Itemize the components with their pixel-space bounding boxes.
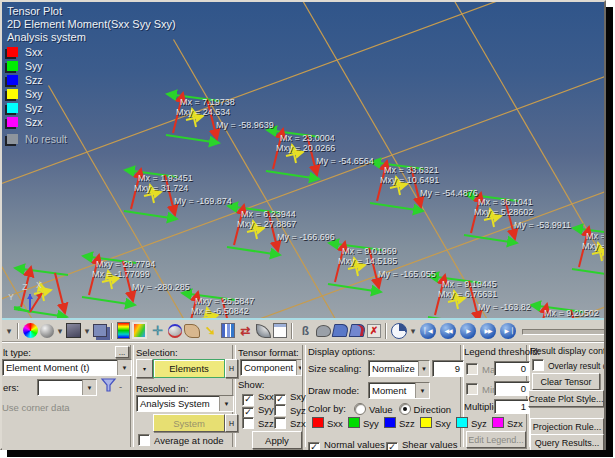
tracking-dish-icon[interactable] xyxy=(256,324,271,338)
view-dropdown-icon[interactable]: ▾ xyxy=(5,323,13,339)
stress-bars-icon[interactable] xyxy=(221,323,235,338)
legend-label: Sxy xyxy=(25,88,43,100)
anim-play-button[interactable]: ▶ xyxy=(460,323,476,339)
query-results-button[interactable]: Query Results... xyxy=(530,434,604,450)
multiplier-field[interactable]: 1 xyxy=(494,399,530,414)
normal-values-label: Normal values xyxy=(324,439,385,450)
dropdown-arrow-icon[interactable]: ▼ xyxy=(296,360,302,375)
size-scaling-factor-field[interactable]: 9 xyxy=(432,360,464,377)
tensor-annotation: Mx = 7.19738Mxy = 24.534My = -58.9639 xyxy=(180,97,274,130)
show-szz-checkbox[interactable]: Szz xyxy=(242,417,274,430)
tensor-panel: lt type: ... Element Moment (t) ▼ ers: ▼… xyxy=(2,342,604,450)
notes-icon[interactable] xyxy=(273,323,287,338)
elements-cubes-icon[interactable] xyxy=(93,324,107,337)
show-szx-checkbox[interactable]: Szx xyxy=(274,417,306,430)
contour-plot-icon[interactable] xyxy=(117,322,130,339)
size-scaling-dropdown[interactable]: Normalize ▼ xyxy=(368,360,430,377)
resolved-in-value: Analysis System xyxy=(137,398,219,409)
checkbox[interactable] xyxy=(274,404,286,416)
edit-legend-button[interactable]: Edit Legend... xyxy=(466,431,526,448)
resolved-in-dropdown[interactable]: Analysis System ▼ xyxy=(136,395,234,412)
legend-min-field[interactable]: 0 xyxy=(494,381,530,396)
apply-button[interactable]: Apply xyxy=(252,431,302,449)
system-switch-button[interactable]: H xyxy=(225,414,238,432)
dropdown-arrow-icon[interactable]: ▼ xyxy=(219,396,233,411)
color-by-value-radio[interactable]: Value xyxy=(354,404,393,415)
legend-item: Szx xyxy=(7,115,176,128)
average-at-node-checkbox[interactable]: Average at node xyxy=(138,434,224,446)
collector-switch-button[interactable]: H xyxy=(225,359,238,378)
show-syz-checkbox[interactable]: Syz xyxy=(274,404,306,417)
color-by-direction-radio[interactable]: Direction xyxy=(399,404,452,415)
legend-subtitle: 2D Element Moment(Sxx Syy Sxy) xyxy=(7,18,176,31)
iso-plot-icon[interactable] xyxy=(132,322,147,339)
color-wheel-icon[interactable] xyxy=(23,323,38,338)
result-display-control-label: Result display control: xyxy=(530,346,604,356)
radio[interactable] xyxy=(399,403,411,415)
result-type-more-button[interactable]: ... xyxy=(115,346,129,358)
radio[interactable] xyxy=(354,403,366,415)
anim-first-button[interactable]: ▏◀ xyxy=(420,323,436,339)
fld-shoe-icon[interactable] xyxy=(332,324,350,337)
show-syy-checkbox[interactable]: Syy xyxy=(242,404,274,417)
forces-icon[interactable]: ➘ xyxy=(202,323,219,339)
dropdown-arrow-icon[interactable]: ▼ xyxy=(418,361,429,376)
shaded-sphere-icon[interactable] xyxy=(40,324,54,338)
show-column-1: SxxSyySzz xyxy=(242,391,274,430)
dropdown-arrow-icon[interactable]: ▾ xyxy=(56,323,64,339)
dark-cube-icon[interactable] xyxy=(66,323,81,338)
graphics-viewport[interactable]: Mx = 7.19738Mxy = 24.534My = -58.9639Mx … xyxy=(2,2,604,320)
checkbox[interactable] xyxy=(466,363,478,375)
checkbox[interactable] xyxy=(466,383,478,395)
marker-cut-icon[interactable]: ✗ xyxy=(367,324,381,338)
animation-clock-icon[interactable] xyxy=(391,323,407,339)
show-sxx-checkbox[interactable]: Sxx xyxy=(242,391,274,404)
vector-plot-icon[interactable]: ✛ xyxy=(149,323,166,339)
moment-value: My = -280.285 xyxy=(132,282,190,292)
legend-max-field[interactable]: 0 xyxy=(494,361,530,376)
shear-values-checkbox[interactable]: Shear values xyxy=(386,439,457,450)
tensor-format-label: Tensor format: xyxy=(238,347,299,358)
show-column-2: SxySyzSzx xyxy=(274,391,306,430)
create-plot-style-button[interactable]: Create Plot Style... xyxy=(528,390,604,407)
overlay-result-checkbox[interactable]: Overlay result display xyxy=(532,359,604,371)
draw-mode-dropdown[interactable]: Moment ▼ xyxy=(368,382,430,399)
dropdown-arrow-icon[interactable]: ▼ xyxy=(415,383,429,398)
tensor-plot-icon[interactable] xyxy=(168,324,182,338)
elements-collector-button[interactable]: Elements xyxy=(153,359,225,378)
anim-last-button[interactable]: ▶▕ xyxy=(500,323,516,339)
projection-rule-button[interactable]: Projection Rule... xyxy=(530,418,604,435)
tensor-format-dropdown[interactable]: Component ▼ xyxy=(240,359,302,376)
deformed-shape-icon[interactable] xyxy=(184,324,200,338)
result-type-dropdown[interactable]: Element Moment (t) ▼ xyxy=(2,359,132,376)
tensor-annotation: Mx = 36.1041Mxy = 5.28602My = -53.9911 xyxy=(478,197,571,230)
anim-next-button[interactable]: ▶▶ xyxy=(480,323,496,339)
dropdown-arrow-icon[interactable]: ▾ xyxy=(83,323,91,339)
axis-arrows-icon[interactable]: ⇄ xyxy=(237,323,254,339)
swatch-label: Sxy xyxy=(435,418,451,429)
dropdown-arrow-icon[interactable]: ▾ xyxy=(409,323,417,339)
layers-dropdown[interactable]: ▼ xyxy=(37,379,97,396)
dropdown-arrow-icon[interactable]: ▼ xyxy=(82,380,96,395)
tensor-plot-window: Mx = 7.19738Mxy = 24.534My = -58.9639Mx … xyxy=(0,0,606,450)
anim-slider[interactable] xyxy=(522,324,604,338)
checkbox[interactable] xyxy=(274,417,286,429)
checkbox[interactable] xyxy=(138,434,150,446)
checkbox[interactable] xyxy=(532,359,544,371)
clear-tensor-button[interactable]: Clear Tensor xyxy=(532,373,600,390)
entity-walk-icon[interactable]: ß xyxy=(297,323,314,339)
show-sxy-checkbox[interactable]: Sxy xyxy=(274,391,306,404)
checkbox[interactable] xyxy=(386,442,398,450)
checkbox[interactable] xyxy=(308,442,320,450)
mask-bubble-icon[interactable] xyxy=(316,325,331,337)
selection-mode-dropdown[interactable]: ▾ xyxy=(136,359,153,378)
moment-value: Mxy = 5.28602 xyxy=(474,207,571,217)
fld-shoe2-icon[interactable] xyxy=(349,324,367,337)
filter-funnel-icon[interactable] xyxy=(100,377,117,394)
system-collector-button[interactable]: System xyxy=(153,414,225,432)
normal-values-checkbox[interactable]: Normal values xyxy=(308,439,385,450)
dropdown-arrow-icon[interactable]: ▼ xyxy=(117,360,131,375)
anim-prev-button[interactable]: ◀◀ xyxy=(440,323,456,339)
moment-value: Mx = 23.0004 xyxy=(280,133,335,143)
checkbox[interactable] xyxy=(242,417,254,429)
